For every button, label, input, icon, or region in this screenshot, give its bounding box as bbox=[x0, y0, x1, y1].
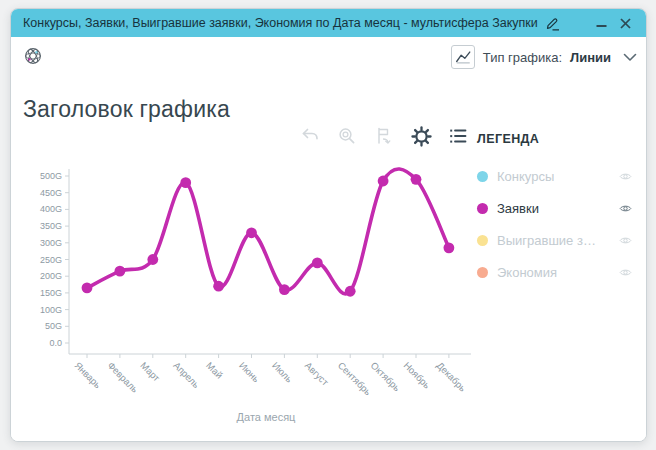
scale-flag-button[interactable] bbox=[373, 125, 395, 147]
close-icon bbox=[620, 18, 631, 29]
multisphere-icon[interactable] bbox=[23, 46, 43, 66]
svg-text:Ноябрь: Ноябрь bbox=[402, 360, 433, 391]
legend-item[interactable]: Заявки bbox=[477, 192, 633, 224]
minimize-icon bbox=[596, 17, 607, 29]
line-chart[interactable]: 0.050G100G150G200G250G300G350G400G450G50… bbox=[11, 155, 481, 442]
zoom-button[interactable] bbox=[336, 125, 358, 147]
list-button[interactable] bbox=[447, 125, 469, 147]
svg-text:0.0: 0.0 bbox=[49, 338, 62, 348]
legend-item-label: Выигравшие заявки bbox=[497, 233, 597, 248]
legend-item-label: Конкурсы bbox=[497, 169, 554, 184]
svg-text:Апрель: Апрель bbox=[171, 360, 202, 391]
window-title: Конкурсы, Заявки, Выигравшие заявки, Эко… bbox=[23, 16, 538, 30]
svg-text:Октябрь: Октябрь bbox=[369, 360, 403, 394]
pencil-icon[interactable] bbox=[544, 14, 562, 32]
legend-item-label: Экономия bbox=[497, 265, 557, 280]
minimize-button[interactable] bbox=[592, 14, 610, 32]
list-icon bbox=[448, 126, 468, 146]
legend-color-dot bbox=[477, 171, 488, 182]
undo-icon bbox=[300, 126, 320, 146]
chevron-down-icon bbox=[623, 53, 637, 62]
legend-item[interactable]: Выигравшие заявки bbox=[477, 224, 633, 256]
window-content: Тип графика: Линии Заголовок графика bbox=[11, 37, 646, 442]
undo-button[interactable] bbox=[299, 125, 321, 147]
legend-color-dot bbox=[477, 203, 488, 214]
eye-visibility-icon[interactable] bbox=[617, 232, 633, 248]
svg-text:Август: Август bbox=[303, 360, 331, 388]
legend-color-dot bbox=[477, 267, 488, 278]
svg-text:Май: Май bbox=[204, 360, 225, 381]
svg-text:Июнь: Июнь bbox=[237, 360, 262, 385]
chart-window: Конкурсы, Заявки, Выигравшие заявки, Эко… bbox=[10, 8, 647, 442]
legend-item[interactable]: Экономия bbox=[477, 256, 633, 288]
svg-text:100G: 100G bbox=[40, 305, 62, 315]
legend-panel: ЛЕГЕНДА КонкурсыЗаявкиВыигравшие заявкиЭ… bbox=[477, 132, 633, 288]
svg-text:250G: 250G bbox=[40, 255, 62, 265]
svg-text:200G: 200G bbox=[40, 271, 62, 281]
svg-text:350G: 350G bbox=[40, 221, 62, 231]
svg-text:450G: 450G bbox=[40, 188, 62, 198]
settings-gear-icon bbox=[411, 126, 432, 147]
svg-text:Март: Март bbox=[138, 360, 162, 384]
window-titlebar[interactable]: Конкурсы, Заявки, Выигравшие заявки, Эко… bbox=[11, 9, 646, 37]
line-chart-icon bbox=[451, 45, 475, 69]
legend-color-dot bbox=[477, 235, 488, 246]
svg-text:150G: 150G bbox=[40, 288, 62, 298]
pencil-icon bbox=[545, 16, 560, 31]
svg-text:Февраль: Февраль bbox=[105, 360, 140, 395]
svg-text:Сентябрь: Сентябрь bbox=[336, 360, 374, 398]
chart-type-label: Тип графика: bbox=[483, 50, 562, 65]
svg-text:400G: 400G bbox=[40, 204, 62, 214]
scale-flag-icon bbox=[374, 126, 394, 146]
settings-button[interactable] bbox=[410, 125, 432, 147]
svg-text:Июль: Июль bbox=[270, 360, 295, 385]
multisphere-icon bbox=[23, 46, 43, 66]
desktop-background: Конкурсы, Заявки, Выигравшие заявки, Эко… bbox=[0, 0, 656, 450]
chart-toolbar bbox=[299, 125, 469, 147]
svg-text:Январь: Январь bbox=[73, 360, 104, 391]
legend-item[interactable]: Конкурсы bbox=[477, 160, 633, 192]
chart-type-control[interactable]: Тип графика: Линии bbox=[451, 45, 637, 69]
eye-visibility-icon[interactable] bbox=[617, 200, 633, 216]
zoom-icon bbox=[337, 126, 357, 146]
svg-text:300G: 300G bbox=[40, 238, 62, 248]
close-button[interactable] bbox=[616, 14, 634, 32]
svg-text:500G: 500G bbox=[40, 171, 62, 181]
svg-text:Декабрь: Декабрь bbox=[434, 360, 468, 394]
eye-visibility-icon[interactable] bbox=[617, 264, 633, 280]
legend-title: ЛЕГЕНДА bbox=[477, 132, 633, 146]
svg-text:50G: 50G bbox=[45, 321, 62, 331]
eye-visibility-icon[interactable] bbox=[617, 168, 633, 184]
legend-item-label: Заявки bbox=[497, 201, 539, 216]
legend-items: КонкурсыЗаявкиВыигравшие заявкиЭкономия bbox=[477, 160, 633, 288]
chart-title: Заголовок графика bbox=[23, 96, 230, 123]
svg-text:Дата месяц: Дата месяц bbox=[237, 411, 297, 423]
chart-type-value: Линии bbox=[570, 50, 611, 65]
